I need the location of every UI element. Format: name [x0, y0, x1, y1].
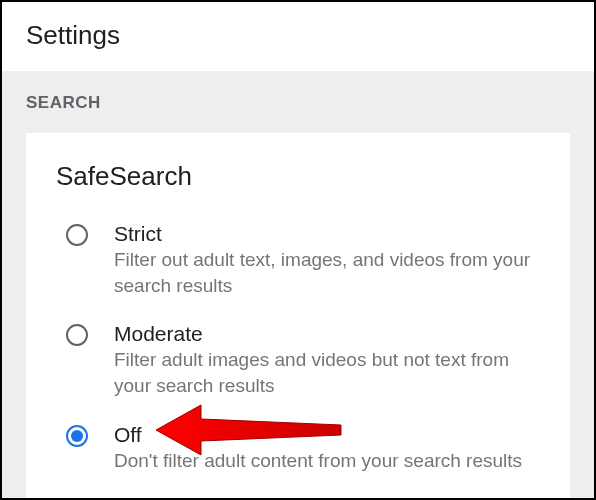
radio-icon[interactable] — [66, 224, 88, 246]
page-title: Settings — [26, 20, 570, 51]
option-description: Filter adult images and videos but not t… — [114, 347, 540, 398]
option-label: Strict — [114, 222, 540, 246]
option-label: Moderate — [114, 322, 540, 346]
option-description: Filter out adult text, images, and video… — [114, 247, 540, 298]
card-title: SafeSearch — [26, 133, 570, 210]
option-text: Strict Filter out adult text, images, an… — [114, 222, 540, 298]
radio-icon[interactable] — [66, 324, 88, 346]
radio-icon[interactable] — [66, 425, 88, 447]
search-section: SEARCH SafeSearch Strict Filter out adul… — [2, 71, 594, 500]
safesearch-card: SafeSearch Strict Filter out adult text,… — [26, 133, 570, 500]
section-label: SEARCH — [2, 71, 594, 133]
option-moderate[interactable]: Moderate Filter adult images and videos … — [26, 310, 570, 410]
option-strict[interactable]: Strict Filter out adult text, images, an… — [26, 210, 570, 310]
option-text: Moderate Filter adult images and videos … — [114, 322, 540, 398]
option-off[interactable]: Off Don't filter adult content from your… — [26, 411, 570, 486]
option-description: Don't filter adult content from your sea… — [114, 448, 540, 474]
option-label: Off — [114, 423, 540, 447]
header: Settings — [2, 2, 594, 71]
option-text: Off Don't filter adult content from your… — [114, 423, 540, 474]
